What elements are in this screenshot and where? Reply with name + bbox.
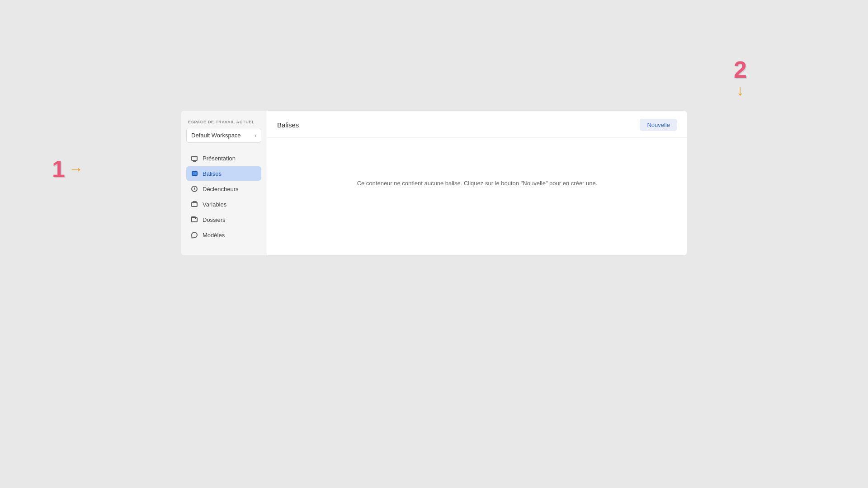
sidebar-item-variables[interactable]: Variables	[186, 197, 261, 211]
workspace-name: Default Workspace	[191, 132, 241, 139]
empty-message: Ce conteneur ne contient aucune balise. …	[357, 180, 598, 187]
content-title: Balises	[277, 121, 299, 129]
sidebar-label-variables: Variables	[203, 201, 226, 208]
declencheurs-icon	[191, 185, 198, 192]
chevron-right-icon: ›	[255, 132, 256, 139]
sidebar-label-balises: Balises	[203, 170, 222, 177]
sidebar-label-dossiers: Dossiers	[203, 216, 226, 223]
sidebar-item-presentation[interactable]: Présentation	[186, 151, 261, 165]
content-area: Balises Nouvelle Ce conteneur ne contien…	[267, 111, 687, 255]
variables-icon	[191, 201, 198, 208]
sidebar-label-declencheurs: Déclencheurs	[203, 186, 239, 192]
workspace-label: ESPACE DE TRAVAIL ACTUEL	[186, 120, 261, 124]
sidebar-label-modeles: Modèles	[203, 232, 225, 239]
dossiers-icon	[191, 216, 198, 223]
sidebar-item-dossiers[interactable]: Dossiers	[186, 212, 261, 227]
content-header: Balises Nouvelle	[267, 111, 687, 138]
modeles-icon	[191, 231, 198, 239]
sidebar-item-declencheurs[interactable]: Déclencheurs	[186, 182, 261, 196]
sidebar-item-modeles[interactable]: Modèles	[186, 228, 261, 242]
nouvelle-button[interactable]: Nouvelle	[640, 119, 677, 131]
content-body: Ce conteneur ne contient aucune balise. …	[267, 138, 687, 228]
workspace-selector[interactable]: Default Workspace ›	[186, 128, 261, 143]
sidebar-item-balises[interactable]: Balises	[186, 166, 261, 181]
presentation-icon	[191, 155, 198, 162]
sidebar: ESPACE DE TRAVAIL ACTUEL Default Workspa…	[181, 111, 267, 255]
sidebar-label-presentation: Présentation	[203, 155, 236, 162]
balises-icon	[191, 170, 198, 177]
